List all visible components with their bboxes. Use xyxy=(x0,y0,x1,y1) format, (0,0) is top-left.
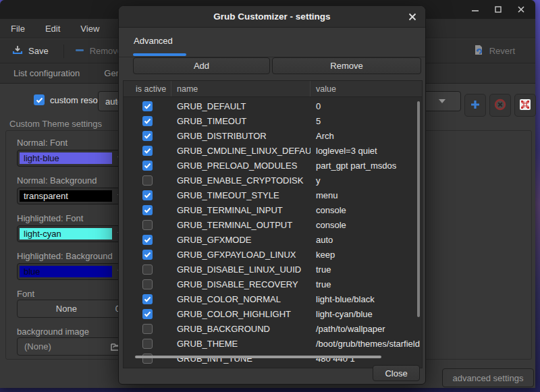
row-name[interactable]: GRUB_TIMEOUT_STYLE xyxy=(171,190,310,200)
row-checkbox[interactable] xyxy=(142,146,153,156)
row-value[interactable]: menu xyxy=(310,190,422,200)
row-checkbox[interactable] xyxy=(142,324,153,334)
row-value[interactable]: 5 xyxy=(310,116,422,126)
row-value[interactable]: true xyxy=(310,279,422,289)
menu-file[interactable]: File xyxy=(9,22,26,35)
row-checkbox[interactable] xyxy=(142,339,153,349)
menu-edit[interactable]: Edit xyxy=(44,22,61,35)
row-name[interactable]: GRUB_COLOR_NORMAL xyxy=(171,294,310,304)
table-row[interactable]: GRUB_CMDLINE_LINUX_DEFAULTloglevel=3 qui… xyxy=(124,143,422,158)
menu-view[interactable]: View xyxy=(79,22,101,35)
tab-list-configuration[interactable]: List configuration xyxy=(1,64,92,82)
table-row[interactable]: GRUB_INIT_TUNE480 440 1 xyxy=(124,351,422,366)
row-checkbox[interactable] xyxy=(142,279,153,289)
row-value[interactable]: part_gpt part_msdos xyxy=(310,161,422,171)
row-checkbox[interactable] xyxy=(142,354,153,364)
add-resolution-button[interactable] xyxy=(464,94,486,117)
row-checkbox[interactable] xyxy=(142,131,153,141)
column-name[interactable]: name xyxy=(171,81,310,96)
row-value[interactable]: /boot/grub/themes/starfield xyxy=(310,339,422,349)
table-row[interactable]: GRUB_TIMEOUT_STYLEmenu xyxy=(124,188,422,202)
table-row[interactable]: GRUB_TERMINAL_OUTPUTconsole xyxy=(124,217,422,232)
dialog-close-icon[interactable] xyxy=(408,12,417,22)
color-grid-button[interactable] xyxy=(514,94,536,117)
row-value[interactable]: y xyxy=(310,175,422,186)
row-checkbox[interactable] xyxy=(142,309,153,319)
table-row[interactable]: GRUB_DISABLE_LINUX_UUIDtrue xyxy=(124,262,422,277)
custom-resolution-checkbox[interactable] xyxy=(34,94,45,105)
remove-entry-button[interactable]: Remove xyxy=(272,57,421,74)
row-checkbox[interactable] xyxy=(142,294,153,304)
save-button[interactable]: Save xyxy=(7,42,54,60)
row-value[interactable]: console xyxy=(310,220,422,230)
column-value[interactable]: value xyxy=(310,81,422,96)
row-checkbox[interactable] xyxy=(142,116,153,126)
row-value[interactable]: light-cyan/blue xyxy=(310,309,422,319)
row-checkbox[interactable] xyxy=(142,264,153,275)
normal-font-combo[interactable]: light-blue xyxy=(17,150,129,167)
row-checkbox[interactable] xyxy=(142,250,153,260)
row-name[interactable]: GRUB_DISTRIBUTOR xyxy=(171,131,310,141)
row-value[interactable]: auto xyxy=(310,235,422,245)
highlighted-background-combo[interactable]: blue xyxy=(17,263,129,280)
table-row[interactable]: GRUB_TIMEOUT5 xyxy=(124,113,422,128)
row-checkbox[interactable] xyxy=(142,175,153,186)
table-row[interactable]: GRUB_DISTRIBUTORArch xyxy=(124,128,422,143)
table-row[interactable]: GRUB_COLOR_HIGHLIGHTlight-cyan/blue xyxy=(124,306,422,321)
normal-background-combo[interactable]: transparent xyxy=(17,188,129,204)
horizontal-scrollbar[interactable] xyxy=(135,356,381,358)
row-name[interactable]: GRUB_GFXMODE xyxy=(171,235,310,245)
row-name[interactable]: GRUB_BACKGROUND xyxy=(171,324,310,334)
row-value[interactable]: Arch xyxy=(310,131,422,141)
remove-resolution-button[interactable] xyxy=(489,94,511,117)
highlighted-font-combo[interactable]: light-cyan xyxy=(17,225,129,242)
row-value[interactable]: true xyxy=(310,264,422,275)
row-name[interactable]: GRUB_GFXPAYLOAD_LINUX xyxy=(171,250,310,260)
table-row[interactable]: GRUB_TERMINAL_INPUTconsole xyxy=(124,202,422,217)
table-row[interactable]: GRUB_PRELOAD_MODULESpart_gpt part_msdos xyxy=(124,158,422,173)
row-name[interactable]: GRUB_TERMINAL_OUTPUT xyxy=(171,220,310,230)
row-checkbox[interactable] xyxy=(142,161,153,171)
row-name[interactable]: GRUB_TERMINAL_INPUT xyxy=(171,205,310,215)
table-row[interactable]: GRUB_ENABLE_CRYPTODISKy xyxy=(124,173,422,188)
row-value[interactable]: keep xyxy=(310,250,422,260)
table-row[interactable]: GRUB_BACKGROUND/path/to/wallpaper xyxy=(124,321,422,336)
row-value[interactable]: 480 440 1 xyxy=(310,354,422,364)
revert-button[interactable]: Revert xyxy=(468,42,520,60)
row-checkbox[interactable] xyxy=(142,101,153,111)
column-is-active[interactable]: is active xyxy=(124,81,171,96)
background-image-chooser[interactable]: (None) xyxy=(17,337,129,356)
table-row[interactable]: GRUB_DEFAULT0 xyxy=(124,99,422,113)
table-row[interactable]: GRUB_DISABLE_RECOVERYtrue xyxy=(124,277,422,291)
row-value[interactable]: loglevel=3 quiet xyxy=(310,146,422,156)
row-value[interactable]: console xyxy=(310,205,422,215)
advanced-settings-button[interactable]: advanced settings xyxy=(442,368,534,387)
row-name[interactable]: GRUB_DISABLE_LINUX_UUID xyxy=(171,264,310,275)
row-name[interactable]: GRUB_CMDLINE_LINUX_DEFAULT xyxy=(171,146,310,156)
table-row[interactable]: GRUB_GFXMODEauto xyxy=(124,232,422,247)
row-value[interactable]: 0 xyxy=(310,101,422,111)
row-value[interactable]: /path/to/wallpaper xyxy=(310,324,422,334)
minimize-icon[interactable] xyxy=(470,5,480,14)
close-button[interactable]: Close xyxy=(373,365,420,381)
row-name[interactable]: GRUB_THEME xyxy=(171,339,310,349)
table-row[interactable]: GRUB_GFXPAYLOAD_LINUXkeep xyxy=(124,247,422,262)
row-checkbox[interactable] xyxy=(142,190,153,200)
row-name[interactable]: GRUB_DEFAULT xyxy=(171,101,310,111)
row-name[interactable]: GRUB_INIT_TUNE xyxy=(171,354,310,364)
table-row[interactable]: GRUB_COLOR_NORMALlight-blue/black xyxy=(124,291,422,306)
row-name[interactable]: GRUB_COLOR_HIGHLIGHT xyxy=(171,309,310,319)
maximize-icon[interactable] xyxy=(493,5,503,14)
row-name[interactable]: GRUB_DISABLE_RECOVERY xyxy=(171,279,310,289)
row-name[interactable]: GRUB_PRELOAD_MODULES xyxy=(171,161,310,171)
row-value[interactable]: light-blue/black xyxy=(310,294,422,304)
row-checkbox[interactable] xyxy=(142,205,153,215)
row-name[interactable]: GRUB_ENABLE_CRYPTODISK xyxy=(171,175,310,186)
close-icon[interactable] xyxy=(516,5,526,14)
table-row[interactable]: GRUB_THEME/boot/grub/themes/starfield xyxy=(124,336,422,351)
row-checkbox[interactable] xyxy=(142,220,153,230)
row-checkbox[interactable] xyxy=(142,235,153,245)
vertical-scrollbar[interactable] xyxy=(417,101,420,317)
font-chooser-button[interactable]: None 0 xyxy=(17,300,129,318)
add-entry-button[interactable]: Add xyxy=(133,57,270,74)
